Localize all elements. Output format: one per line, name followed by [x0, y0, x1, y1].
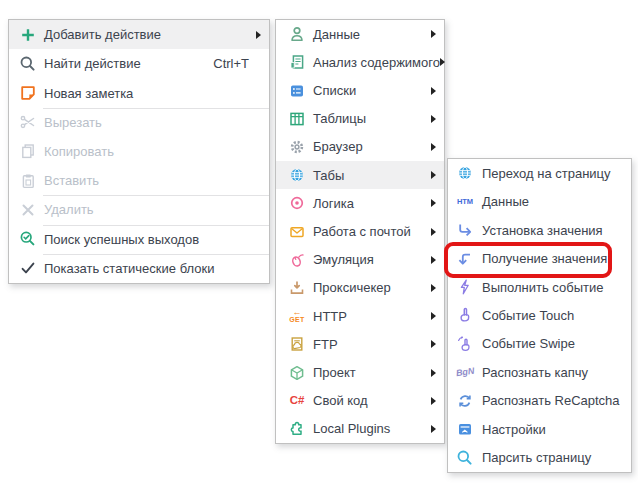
menu-item-label: Распознать капчу: [482, 365, 588, 380]
submenu-arrow-icon: [431, 340, 436, 348]
submenu-arrow-icon: [256, 31, 261, 39]
csharp-icon: C#: [287, 392, 307, 410]
globe-icon: [455, 164, 475, 182]
menu-item-get-value[interactable]: Получение значения: [448, 244, 631, 272]
menu-item-tabs[interactable]: Табы: [276, 161, 444, 189]
menu-item-label: Списки: [313, 83, 356, 98]
menu-item-label: Свой код: [313, 393, 368, 408]
menu-item-go-to-page[interactable]: Переход на страницу: [448, 159, 631, 187]
submenu-arrow-icon: [431, 87, 436, 95]
menu-item-content-analysis[interactable]: Анализ содержимого: [276, 48, 444, 76]
menu-item-copy: Копировать: [9, 137, 269, 166]
menu-item-label: Событие Touch: [482, 308, 574, 323]
menu-item-data[interactable]: HTMДанные: [448, 187, 631, 215]
menu-item-label: Вырезать: [44, 115, 102, 130]
submenu-arrow-icon: [431, 143, 436, 151]
menu-item-tables[interactable]: Таблицы: [276, 105, 444, 133]
menu-item-lists[interactable]: Списки: [276, 76, 444, 104]
menu-item-email[interactable]: Работа с почтой: [276, 217, 444, 245]
menu-item-set-value[interactable]: Установка значения: [448, 216, 631, 244]
menu-item-delete: Удалить: [9, 195, 269, 224]
menu-item-label: Проект: [313, 365, 356, 380]
delete-icon: [18, 201, 38, 219]
captcha-icon: BgN: [455, 363, 475, 381]
menu-item-label: Настройки: [482, 422, 546, 437]
menu-item-recognize-recaptcha[interactable]: Распознать ReCaptcha: [448, 387, 631, 415]
browser-gear-icon: [287, 138, 307, 156]
menu-item-execute-event[interactable]: Выполнить событие: [448, 273, 631, 301]
menu-item-label: Local Plugins: [313, 421, 390, 436]
menu-item-label: Браузер: [313, 139, 363, 154]
set-value-icon: [455, 221, 475, 239]
plugin-icon: [287, 420, 307, 438]
menu-item-project[interactable]: Проект: [276, 358, 444, 386]
menu-item-label: Работа с почтой: [313, 224, 411, 239]
menu-item-own-code[interactable]: C#Свой код: [276, 387, 444, 415]
submenu-arrow-icon: [440, 58, 445, 66]
menu-item-add-action[interactable]: Добавить действие: [9, 20, 269, 49]
menu-item-label: Получение значения: [482, 251, 607, 266]
menu-item-parse-page[interactable]: Парсить страницу: [448, 444, 631, 472]
menu-item-swipe-event[interactable]: Событие Swipe: [448, 330, 631, 358]
logic-icon: [287, 194, 307, 212]
get-value-icon: [455, 250, 475, 268]
paste-icon: [18, 172, 38, 190]
menu-item-label: Табы: [313, 168, 344, 183]
menu-item-logic[interactable]: Логика: [276, 189, 444, 217]
submenu-arrow-icon: [431, 30, 436, 38]
menu-item-label: Вставить: [44, 173, 99, 188]
menu-item-local-plugins[interactable]: Local Plugins: [276, 415, 444, 443]
menu-item-label: Удалить: [44, 202, 94, 217]
lists-icon: [287, 82, 307, 100]
menu-item-data[interactable]: Данные: [276, 20, 444, 48]
menu-item-label: HTTP: [313, 309, 347, 324]
settings-icon: [455, 420, 475, 438]
submenu-arrow-icon: [431, 115, 436, 123]
menu-item-new-note[interactable]: Новая заметка: [9, 78, 269, 107]
proxychecker-icon: [287, 279, 307, 297]
menu-item-label: FTP: [313, 337, 338, 352]
copy-icon: [18, 142, 38, 160]
menu-item-paste: Вставить: [9, 166, 269, 195]
menu-item-http[interactable]: ←GETHTTP: [276, 302, 444, 330]
menu-item-ftp[interactable]: FTP: [276, 330, 444, 358]
menu-item-label: Найти действие: [44, 56, 141, 71]
context-menu: Добавить действиеНайти действиеCtrl+TНов…: [8, 19, 270, 284]
menu-item-label: Установка значения: [482, 223, 603, 238]
submenu-arrow-icon: [431, 369, 436, 377]
menu-item-touch-event[interactable]: Событие Touch: [448, 301, 631, 329]
menu-item-recognize-captcha[interactable]: BgNРаспознать капчу: [448, 358, 631, 386]
menu-item-label: Добавить действие: [44, 27, 161, 42]
tabs-submenu: Переход на страницуHTMДанныеУстановка зн…: [447, 158, 632, 473]
menu-item-label: Событие Swipe: [482, 336, 575, 351]
menu-item-label: Парсить страницу: [482, 450, 591, 465]
search-success-icon: [18, 230, 38, 248]
menu-item-emulation[interactable]: Эмуляция: [276, 246, 444, 274]
submenu-arrow-icon: [431, 199, 436, 207]
menu-item-browser[interactable]: Браузер: [276, 133, 444, 161]
submenu-arrow-icon: [431, 425, 436, 433]
submenu-arrow-icon: [431, 171, 436, 179]
menu-item-label: Данные: [482, 194, 529, 209]
menu-item-label: Показать статические блоки: [44, 261, 214, 276]
menu-item-search-success-exits[interactable]: Поиск успешных выходов: [9, 225, 269, 254]
mouse-icon: [287, 251, 307, 269]
menu-item-label: Копировать: [44, 144, 114, 159]
menu-item-proxychecker[interactable]: Проксичекер: [276, 274, 444, 302]
submenu-arrow-icon: [431, 397, 436, 405]
touch-icon: [455, 306, 475, 324]
submenu-arrow-icon: [431, 256, 436, 264]
htm-icon: HTM: [455, 193, 475, 211]
lightning-icon: [455, 278, 475, 296]
tables-icon: [287, 110, 307, 128]
menu-item-show-static-blocks[interactable]: Показать статические блоки: [9, 254, 269, 283]
menu-item-settings[interactable]: Настройки: [448, 415, 631, 443]
shortcut-label: Ctrl+T: [213, 56, 249, 71]
menu-item-find-action[interactable]: Найти действиеCtrl+T: [9, 49, 269, 78]
add-action-submenu: ДанныеАнализ содержимогоСпискиТаблицыБра…: [275, 19, 445, 444]
person-icon: [287, 25, 307, 43]
email-icon: [287, 223, 307, 241]
menu-item-label: Логика: [313, 196, 354, 211]
swipe-icon: [455, 335, 475, 353]
submenu-arrow-icon: [431, 284, 436, 292]
